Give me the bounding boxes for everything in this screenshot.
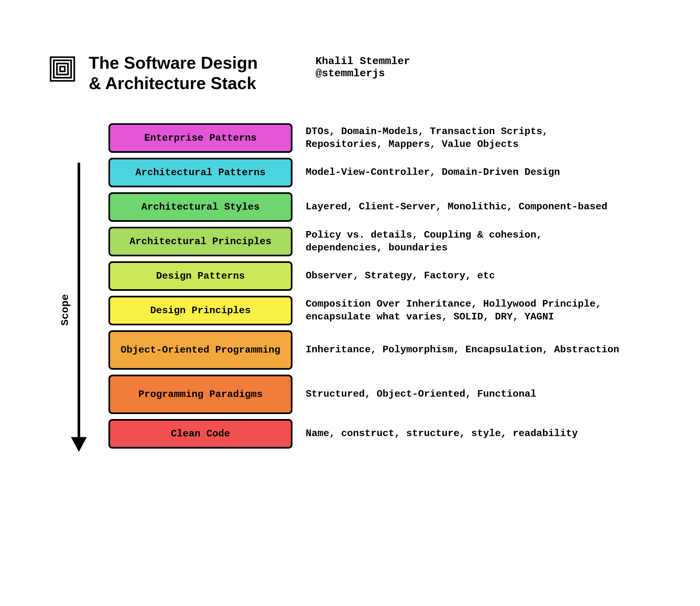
diagram-title: The Software Design & Architecture Stack xyxy=(89,52,302,94)
author-name: Khalil Stemmler xyxy=(316,55,410,67)
stack-block: Architectural Principles xyxy=(109,227,293,256)
stack-block: Enterprise Patterns xyxy=(109,123,293,153)
author-handle: @stemmlerjs xyxy=(316,67,410,79)
author-info: Khalil Stemmler @stemmlerjs xyxy=(316,52,410,79)
scope-arrow-icon xyxy=(69,163,89,452)
spiral-logo-icon xyxy=(49,56,76,82)
stack-block: Clean Code xyxy=(109,419,293,449)
stack-block: Architectural Styles xyxy=(109,192,293,222)
stack-description: Composition Over Inheritance, Hollywood … xyxy=(306,296,621,325)
stack-description: Policy vs. details, Coupling & cohesion,… xyxy=(306,227,621,256)
stack-block: Design Principles xyxy=(109,296,293,325)
svg-rect-3 xyxy=(60,67,65,71)
stack-description: Inheritance, Polymorphism, Encapsulation… xyxy=(306,330,621,370)
stack-descriptions-column: DTOs, Domain-Models, Transaction Scripts… xyxy=(293,123,651,449)
stack-block: Architectural Patterns xyxy=(109,158,293,187)
scope-axis-label: Scope xyxy=(59,294,71,326)
stack-description: Name, construct, structure, style, reada… xyxy=(306,419,621,449)
stack-description: Model-View-Controller, Domain-Driven Des… xyxy=(306,158,621,187)
stack-description: DTOs, Domain-Models, Transaction Scripts… xyxy=(306,123,621,153)
svg-marker-5 xyxy=(71,437,87,452)
stack-block: Programming Paradigms xyxy=(109,375,293,414)
stack-content: Scope Enterprise PatternsArchitectural P… xyxy=(49,123,651,452)
stack-block: Design Patterns xyxy=(109,261,293,291)
stack-description: Structured, Object-Oriented, Functional xyxy=(306,375,621,414)
stack-description: Layered, Client-Server, Monolithic, Comp… xyxy=(306,192,621,222)
stack-blocks-column: Enterprise PatternsArchitectural Pattern… xyxy=(109,123,293,449)
svg-rect-2 xyxy=(57,64,68,75)
diagram-header: The Software Design & Architecture Stack… xyxy=(49,52,651,94)
stack-description: Observer, Strategy, Factory, etc xyxy=(306,261,621,291)
stack-block: Object-Oriented Programming xyxy=(109,330,293,370)
